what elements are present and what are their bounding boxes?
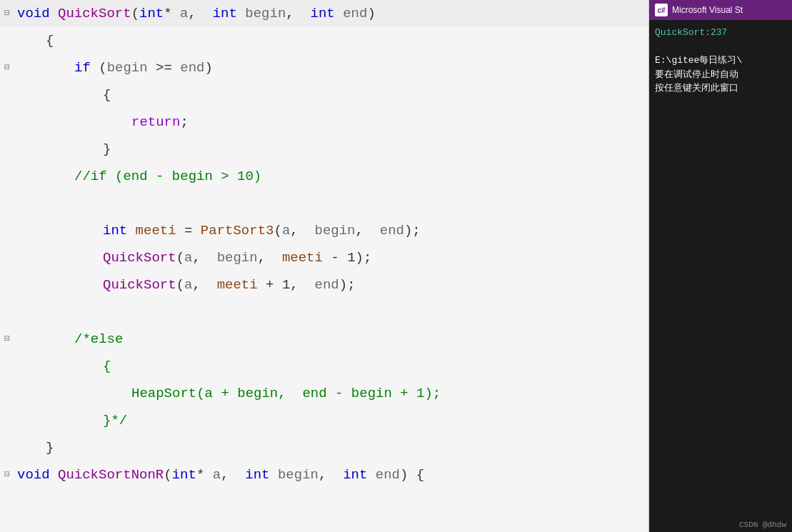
code-line: return;	[0, 109, 648, 136]
token-punct: ) {	[400, 467, 424, 483]
code-line: ⊟/*else	[0, 326, 648, 353]
code-tokens: //if (end - begin > 10)	[71, 163, 261, 190]
code-line: }*/	[0, 407, 648, 434]
token-punct: );	[339, 277, 356, 293]
token-param: begin	[107, 60, 148, 76]
token-kw-int: int	[343, 467, 376, 483]
code-tokens: {	[100, 353, 111, 380]
token-param: a	[184, 277, 192, 293]
token-var-meeti: meeti	[282, 250, 323, 266]
code-area: ⊟void QuickSort(int* a, int begin, int e…	[0, 0, 648, 488]
token-kw-int: int	[139, 6, 164, 21]
token-param: end	[376, 467, 400, 483]
fold-gutter[interactable]: ⊟	[0, 54, 14, 81]
vs-title: Microsoft Visual St	[672, 5, 743, 15]
token-punct: );	[356, 250, 372, 266]
token-operator: +	[258, 277, 282, 293]
token-punct: ,	[188, 6, 212, 21]
token-param: end	[380, 223, 404, 239]
code-tokens: return;	[129, 109, 189, 136]
token-punct: ,	[319, 467, 343, 483]
token-punct: (	[131, 6, 139, 21]
fold-gutter[interactable]: ⊟	[0, 0, 14, 27]
token-kw-int: int	[245, 467, 278, 483]
token-punct: ,	[258, 250, 282, 266]
token-comment: //if (end - begin > 10)	[74, 169, 261, 184]
right-panel: c# Microsoft Visual St QuickSort:237 E:\…	[649, 0, 792, 532]
token-param: begin	[278, 467, 319, 483]
token-punct: *	[196, 467, 213, 483]
token-kw-int: int	[311, 6, 344, 21]
token-punct: }	[46, 440, 54, 456]
token-operator: >=	[148, 60, 181, 76]
token-kw-int: int	[172, 467, 196, 483]
code-tokens: int meeti = PartSort3(a, begin, end);	[100, 217, 421, 244]
terminal-footer: CSDN @dhdw	[649, 518, 792, 532]
token-param: a	[213, 467, 221, 483]
code-line: {	[0, 353, 648, 380]
token-punct: (	[176, 250, 184, 266]
fold-gutter[interactable]: ⊟	[0, 326, 14, 353]
token-punct: *	[164, 6, 180, 21]
token-fn-name: QuickSortNonR	[58, 467, 164, 483]
token-comment: HeapSort(a + begin, end - begin + 1);	[131, 386, 441, 401]
token-operator: -	[323, 250, 347, 266]
code-line: //if (end - begin > 10)	[0, 163, 648, 190]
token-operator: =	[176, 223, 201, 239]
token-punct: );	[404, 223, 421, 239]
code-tokens: }	[100, 136, 111, 163]
token-kw-void: void	[17, 467, 58, 483]
code-tokens: {	[43, 27, 54, 54]
fold-gutter[interactable]: ⊟	[0, 461, 14, 488]
token-param: a	[184, 250, 192, 266]
token-punct: {	[103, 87, 111, 103]
token-punct: ,	[286, 6, 310, 21]
code-line: QuickSort(a, begin, meeti - 1);	[0, 244, 648, 271]
code-tokens: void QuickSortNonR(int* a, int begin, in…	[14, 461, 424, 488]
code-line	[0, 298, 648, 326]
token-param: end	[315, 277, 339, 293]
token-punct: ;	[180, 114, 188, 130]
token-punct: (	[99, 60, 106, 76]
code-line: HeapSort(a + begin, end - begin + 1);	[0, 380, 648, 407]
code-line	[0, 190, 648, 217]
token-param: begin	[315, 223, 356, 239]
token-punct: (	[164, 467, 171, 483]
token-number: 1	[282, 277, 290, 293]
code-tokens: /*else	[71, 326, 123, 353]
code-tokens: HeapSort(a + begin, end - begin + 1);	[129, 380, 441, 407]
code-tokens: if (begin >= end)	[71, 54, 213, 81]
token-punct: ,	[290, 223, 314, 239]
token-kw-if: if	[74, 60, 99, 76]
terminal-line: 按任意键关闭此窗口	[655, 81, 786, 96]
token-fn-name: QuickSort	[103, 250, 176, 266]
code-tokens: QuickSort(a, meeti + 1, end);	[100, 271, 356, 298]
terminal-line	[655, 40, 786, 54]
token-punct: )	[367, 6, 375, 21]
token-punct: ,	[192, 250, 216, 266]
token-param: a	[180, 6, 188, 21]
token-punct: (	[176, 277, 184, 293]
token-var-meeti: meeti	[136, 223, 176, 239]
code-line: {	[0, 81, 648, 109]
token-param: a	[282, 223, 290, 239]
token-punct: ,	[356, 223, 380, 239]
terminal-line: E:\gitee每日练习\	[655, 54, 786, 68]
code-line: int meeti = PartSort3(a, begin, end);	[0, 217, 648, 244]
token-kw-void: void	[17, 6, 58, 21]
code-tokens: }	[43, 434, 54, 461]
token-kw-return: return	[131, 114, 180, 130]
vs-icon-text: c#	[657, 6, 665, 14]
token-param: begin	[217, 250, 258, 266]
token-punct: {	[46, 33, 54, 49]
code-tokens: }*/	[100, 407, 127, 434]
token-param: begin	[245, 6, 286, 21]
token-param: end	[180, 60, 204, 76]
code-line: ⊟void QuickSortNonR(int* a, int begin, i…	[0, 461, 648, 488]
token-comment: /*else	[74, 331, 123, 347]
code-tokens: void QuickSort(int* a, int begin, int en…	[14, 0, 376, 27]
token-fn-name: QuickSort	[103, 277, 176, 293]
code-editor: ⊟void QuickSort(int* a, int begin, int e…	[0, 0, 649, 532]
terminal-line: QuickSort:237	[655, 26, 786, 40]
vs-header: c# Microsoft Visual St	[649, 0, 792, 20]
